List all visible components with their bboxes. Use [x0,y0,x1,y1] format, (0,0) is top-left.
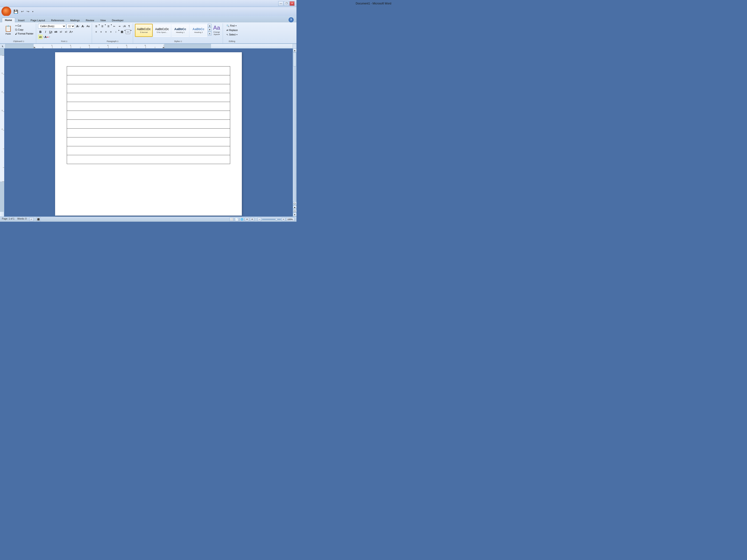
replace-button[interactable]: ⇌ Replace [225,28,239,32]
styles-scroll-down[interactable]: ▼ [208,28,211,31]
table-cell[interactable] [67,111,230,120]
justify-button[interactable]: ≡ [108,29,113,34]
font-color-button[interactable]: A [44,34,49,39]
macro-record-button[interactable]: ⬛ [36,217,41,221]
find-button[interactable]: 🔍 Find ▾ [225,24,239,28]
bold-button[interactable]: B [38,29,43,34]
table-cell[interactable] [67,120,230,129]
paste-button[interactable]: 📋 Paste [3,24,14,36]
zoom-slider-thumb[interactable] [275,218,278,220]
qat-dropdown-button[interactable]: ▾ [31,10,34,13]
increase-indent-button[interactable]: ⇥ [117,24,122,28]
underline-button[interactable]: U▾ [48,29,53,34]
font-expand-button[interactable]: ⊡ [66,41,68,43]
tab-insert[interactable]: Insert [15,18,28,22]
scroll-select-browse-button[interactable]: ● [293,205,297,209]
italic-button[interactable]: I [43,29,48,34]
shading-dropdown[interactable]: ▾ [124,29,125,34]
clipboard-expand-button[interactable]: ⊡ [23,41,24,43]
table-cell[interactable] [67,155,230,164]
minimize-button[interactable]: — [278,1,283,6]
tab-home[interactable]: Home [2,18,15,22]
shrink-font-button[interactable]: A- [80,24,85,28]
help-icon[interactable]: ? [288,17,294,22]
align-center-button[interactable]: ≡ [99,29,103,34]
font-name-dropdown[interactable]: Calibri (Body) [38,24,66,28]
close-button[interactable]: ✕ [289,1,294,6]
sort-button[interactable]: ↕A [122,24,127,28]
proofing-status-button[interactable]: ✓ [29,217,34,221]
outline-button[interactable]: ≡ [245,217,249,221]
qat-save-button[interactable]: 💾 [12,9,19,14]
highlight-dropdown-arrow[interactable]: ▾ [43,36,44,38]
web-layout-button[interactable]: 🌐 [240,217,244,221]
select-button[interactable]: ↖ Select ▾ [225,33,239,37]
office-button[interactable] [1,6,11,16]
subscript-button[interactable]: x2 [59,29,63,34]
borders-button[interactable]: □ [126,29,130,34]
tab-page-layout[interactable]: Page Layout [28,18,48,22]
strikethrough-button[interactable]: ab [53,29,58,34]
shading-button[interactable]: ▦ [120,29,124,34]
format-painter-button[interactable]: 🖌 Format Painter [14,32,34,36]
numbering-dropdown[interactable]: ▾ [105,24,106,28]
bullets-button[interactable]: ☰ [94,24,99,28]
line-spacing-button[interactable]: ↕ [113,29,118,34]
zoom-percent[interactable]: 100% [286,217,294,221]
numbering-button[interactable]: ☰ [100,24,105,28]
table-cell[interactable] [67,66,230,75]
multilevel-dropdown[interactable]: ▾ [111,24,112,28]
scroll-down-button[interactable]: ▼ [293,213,297,216]
superscript-button[interactable]: x2 [64,29,69,34]
font-color-dropdown-arrow[interactable]: ▾ [49,36,50,38]
style-no-spacing[interactable]: AaBbCcDc ¶ No Spaci... [153,24,171,37]
scroll-thumb[interactable] [293,53,297,66]
table-cell[interactable] [67,75,230,84]
table-cell[interactable] [67,129,230,137]
tab-review[interactable]: Review [83,18,97,22]
table-cell[interactable] [67,146,230,155]
decrease-indent-button[interactable]: ⇤ [112,24,117,28]
ruler-corner[interactable]: L [0,44,6,49]
style-heading1[interactable]: AaBbCc Heading 1 [171,24,189,37]
table-cell[interactable] [67,137,230,146]
change-styles-button[interactable]: Aa ChangeStyles▾ [212,24,221,36]
zoom-plus-button[interactable]: + [282,217,285,221]
table-cell[interactable] [67,102,230,111]
align-left-button[interactable]: ≡ [94,29,99,34]
bullets-dropdown[interactable]: ▾ [99,24,100,28]
tab-developer[interactable]: Developer [109,18,127,22]
scroll-prev-page-button[interactable]: ⬡ [293,202,297,205]
change-case-button[interactable]: Aa [86,24,91,28]
qat-redo-button[interactable]: ↪ [26,9,30,14]
zoom-minus-button[interactable]: − [257,217,261,221]
restore-button[interactable]: ❐ [284,1,289,6]
tab-view[interactable]: View [97,18,109,22]
scroll-next-page-button[interactable]: ⬡ [293,209,297,213]
align-right-button[interactable]: ≡ [104,29,108,34]
full-reading-button[interactable]: 📄 [235,217,239,221]
cut-button[interactable]: ✂ Cut [14,24,34,28]
tab-mailings[interactable]: Mailings [67,18,83,22]
style-normal[interactable]: AaBbCcDc ¶ Normal [135,24,153,37]
document-wrapper[interactable] [4,49,293,216]
qat-undo-button[interactable]: ↩ [20,9,25,14]
highlight-button[interactable]: ab [38,34,43,39]
copy-button[interactable]: ⿻ Copy [14,28,34,32]
styles-expand-button[interactable]: ⊡ [180,41,182,43]
print-layout-button[interactable]: ⬜ [229,217,234,221]
find-dropdown[interactable]: ▾ [235,25,236,27]
zoom-slider[interactable] [262,219,281,220]
select-dropdown[interactable]: ▾ [236,34,237,36]
style-heading2[interactable]: AaBbCc Heading 2 [189,24,207,37]
font-size-dropdown[interactable]: 11 [67,24,75,28]
borders-dropdown[interactable]: ▾ [130,29,131,34]
document-page[interactable] [55,52,242,216]
paragraph-expand-button[interactable]: ⊡ [117,41,119,43]
document-table[interactable] [67,66,230,164]
styles-scroll-up[interactable]: ▲ [208,24,211,28]
line-spacing-dropdown[interactable]: ▾ [118,29,119,34]
scroll-up-button[interactable]: ▲ [293,49,297,52]
show-hide-button[interactable]: ¶ [127,24,131,28]
clear-format-button[interactable]: A✕ [69,29,74,34]
